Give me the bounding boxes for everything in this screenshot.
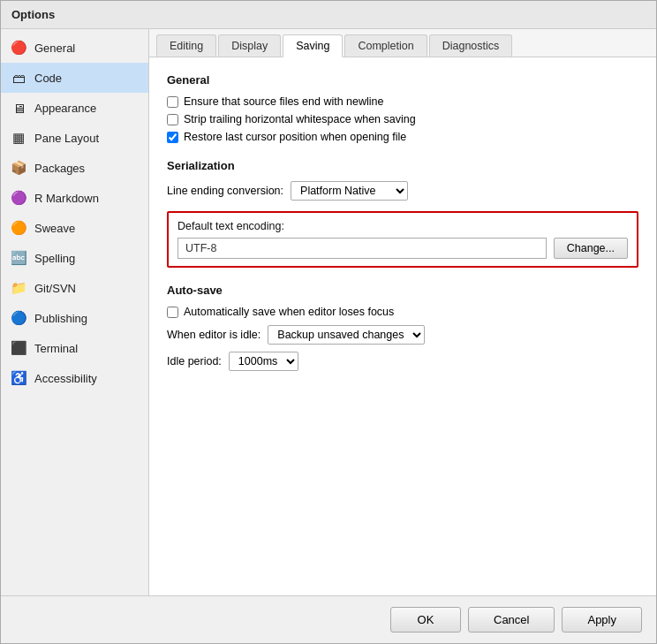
sidebar-item-code[interactable]: 🗃 Code xyxy=(1,63,148,93)
restore-cursor-checkbox[interactable] xyxy=(167,132,178,143)
accessibility-icon: ♿ xyxy=(10,369,27,387)
encoding-row: Change... xyxy=(177,238,628,259)
sidebar-label-accessibility: Accessibility xyxy=(34,372,97,385)
tab-diagnostics[interactable]: Diagnostics xyxy=(429,34,513,57)
sidebar-label-general: General xyxy=(34,42,75,55)
dialog-title: Options xyxy=(1,1,656,29)
terminal-icon: ⬛ xyxy=(10,339,27,357)
sidebar-label-packages: Packages xyxy=(34,162,85,175)
sidebar-label-publishing: Publishing xyxy=(34,312,87,325)
sidebar: 🔴 General 🗃 Code 🖥 Appearance ▦ Pane Lay… xyxy=(1,29,149,595)
when-idle-row: When editor is idle: Backup unsaved chan… xyxy=(167,325,638,345)
line-ending-label: Line ending conversion: xyxy=(167,185,283,197)
apply-button[interactable]: Apply xyxy=(562,607,642,633)
publishing-icon: 🔵 xyxy=(10,309,27,327)
cancel-button[interactable]: Cancel xyxy=(468,607,555,633)
auto-save-row: Automatically save when editor loses foc… xyxy=(167,306,638,318)
encoding-label: Default text encoding: xyxy=(177,220,628,232)
ensure-newline-label: Ensure that source files end with newlin… xyxy=(184,95,384,108)
sidebar-item-publishing[interactable]: 🔵 Publishing xyxy=(1,303,148,333)
line-ending-select[interactable]: Platform NativeWindows (CR/LF)POSIX (LF)… xyxy=(291,181,408,201)
ensure-newline-row: Ensure that source files end with newlin… xyxy=(167,95,638,108)
appearance-icon: 🖥 xyxy=(10,99,27,117)
encoding-box: Default text encoding: Change... xyxy=(167,211,638,268)
restore-cursor-row: Restore last cursor position when openin… xyxy=(167,131,638,143)
restore-cursor-label: Restore last cursor position when openin… xyxy=(184,131,406,143)
general-section-title: General xyxy=(167,73,638,87)
sidebar-item-r-markdown[interactable]: 🟣 R Markdown xyxy=(1,183,148,213)
spelling-icon: 🔤 xyxy=(10,249,27,267)
strip-whitespace-row: Strip trailing horizontal whitespace whe… xyxy=(167,113,638,125)
autosave-section: Auto-save Automatically save when editor… xyxy=(167,284,638,371)
serialization-section: Serialization Line ending conversion: Pl… xyxy=(167,159,638,268)
line-ending-row: Line ending conversion: Platform NativeW… xyxy=(167,181,638,201)
sweave-icon: 🟠 xyxy=(10,219,27,237)
idle-period-row: Idle period: 500ms1000ms2000ms5000ms xyxy=(167,352,638,371)
sidebar-item-packages[interactable]: 📦 Packages xyxy=(1,153,148,183)
idle-period-select[interactable]: 500ms1000ms2000ms5000ms xyxy=(229,352,298,371)
general-section: General Ensure that source files end wit… xyxy=(167,73,638,143)
ok-button[interactable]: OK xyxy=(390,607,461,633)
tabs-bar: EditingDisplaySavingCompletionDiagnostic… xyxy=(149,29,656,57)
idle-period-label: Idle period: xyxy=(167,355,222,367)
options-dialog: Options 🔴 General 🗃 Code 🖥 Appearance ▦ … xyxy=(0,0,657,644)
auto-save-label: Automatically save when editor loses foc… xyxy=(184,306,394,318)
tab-saving[interactable]: Saving xyxy=(283,34,343,57)
sidebar-label-git-svn: Git/SVN xyxy=(34,282,76,295)
encoding-input[interactable] xyxy=(177,238,547,259)
sidebar-item-accessibility[interactable]: ♿ Accessibility xyxy=(1,363,148,393)
serialization-section-title: Serialization xyxy=(167,159,638,172)
tab-completion[interactable]: Completion xyxy=(344,34,427,57)
sidebar-label-sweave: Sweave xyxy=(34,222,75,235)
strip-whitespace-checkbox[interactable] xyxy=(167,114,178,125)
ensure-newline-checkbox[interactable] xyxy=(167,96,178,108)
code-icon: 🗃 xyxy=(10,69,27,87)
main-content: General Ensure that source files end wit… xyxy=(149,57,656,595)
r-markdown-icon: 🟣 xyxy=(10,189,27,207)
when-idle-label: When editor is idle: xyxy=(167,329,261,341)
sidebar-item-spelling[interactable]: 🔤 Spelling xyxy=(1,243,148,273)
sidebar-item-pane-layout[interactable]: ▦ Pane Layout xyxy=(1,123,148,153)
sidebar-label-spelling: Spelling xyxy=(34,252,75,265)
sidebar-item-general[interactable]: 🔴 General xyxy=(1,33,148,63)
sidebar-item-git-svn[interactable]: 📁 Git/SVN xyxy=(1,273,148,303)
content-area: EditingDisplaySavingCompletionDiagnostic… xyxy=(149,29,656,595)
sidebar-label-code: Code xyxy=(34,72,62,85)
sidebar-label-r-markdown: R Markdown xyxy=(34,192,99,205)
strip-whitespace-label: Strip trailing horizontal whitespace whe… xyxy=(184,113,416,125)
tab-editing[interactable]: Editing xyxy=(156,34,216,57)
sidebar-item-appearance[interactable]: 🖥 Appearance xyxy=(1,93,148,123)
sidebar-label-terminal: Terminal xyxy=(34,342,78,355)
pane-layout-icon: ▦ xyxy=(10,129,27,147)
git-svn-icon: 📁 xyxy=(10,279,27,297)
tab-display[interactable]: Display xyxy=(218,34,281,57)
sidebar-label-pane-layout: Pane Layout xyxy=(34,132,99,145)
auto-save-checkbox[interactable] xyxy=(167,307,178,318)
packages-icon: 📦 xyxy=(10,159,27,177)
sidebar-label-appearance: Appearance xyxy=(34,102,96,115)
footer: OK Cancel Apply xyxy=(1,595,656,643)
change-encoding-button[interactable]: Change... xyxy=(554,238,628,259)
sidebar-item-terminal[interactable]: ⬛ Terminal xyxy=(1,333,148,363)
autosave-section-title: Auto-save xyxy=(167,284,638,297)
when-idle-select[interactable]: Backup unsaved changesSave current docum… xyxy=(268,325,425,345)
sidebar-item-sweave[interactable]: 🟠 Sweave xyxy=(1,213,148,243)
dialog-body: 🔴 General 🗃 Code 🖥 Appearance ▦ Pane Lay… xyxy=(1,29,656,595)
general-icon: 🔴 xyxy=(10,39,27,57)
